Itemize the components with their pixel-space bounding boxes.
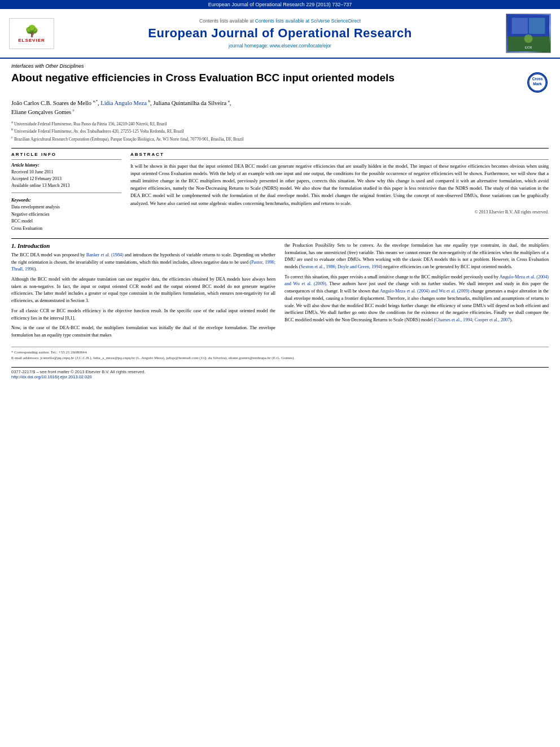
- ref-pastor[interactable]: Pastor, 1996; Thrall, 1996: [11, 260, 275, 272]
- svg-text:EJOR: EJOR: [525, 46, 532, 49]
- article-info-title: ARTICLE INFO: [11, 152, 121, 157]
- intro-heading: 1. Introduction: [11, 242, 275, 249]
- ref-sexton[interactable]: Sexton et al., 1986; Doyle and Green, 19…: [300, 264, 380, 269]
- footnote-emails: E-mail addresses: jcsmello@pq.cnpq.br (J…: [11, 355, 549, 361]
- body-section: 1. Introduction The BCC DEA model was pr…: [11, 242, 549, 342]
- elsevier-brand-name: ELSEVIER: [18, 38, 45, 43]
- ref-angulo[interactable]: Angulo-Meza et al. (2004) and Wu et al. …: [285, 274, 549, 287]
- footnote-corresponding: * Corresponding author. Tel.: +55 21 260…: [11, 350, 549, 356]
- available-date: Available online 13 March 2013: [11, 182, 121, 189]
- affiliation-b: b Universidade Federal Fluminense, Av. d…: [11, 126, 549, 134]
- keywords-divider: [11, 193, 121, 193]
- main-content: Interfaces with Other Disciplines About …: [0, 59, 560, 385]
- article-info-abstract: ARTICLE INFO Article history: Received 1…: [11, 152, 549, 233]
- ref-charnes[interactable]: Charnes et al., 1994; Cooper et al., 200…: [435, 317, 510, 322]
- abstract-divider: [130, 159, 549, 160]
- ref-angulo2[interactable]: Angulo-Meza et al. (2004) and Wu et al. …: [380, 289, 470, 294]
- ref-banker[interactable]: Banker et al. (1984): [86, 252, 124, 257]
- journal-citation: European Journal of Operational Research…: [208, 2, 352, 7]
- sciverse-line: Contents lists available at Contents lis…: [54, 18, 506, 24]
- journal-header: 🌳 ELSEVIER Contents lists available at C…: [0, 9, 560, 59]
- homepage-url[interactable]: www.elsevier.com/locate/ejor: [270, 43, 331, 49]
- doi-link[interactable]: http://dx.doi.org/10.1016/j.ejor.2013.02…: [11, 374, 92, 379]
- footnotes: * Corresponding author. Tel.: +55 21 260…: [11, 347, 549, 361]
- author-jcb: João Carlos C.B. Soares de Mello: [11, 100, 93, 106]
- section-label: Interfaces with Other Disciplines: [11, 63, 549, 69]
- body-columns: 1. Introduction The BCC DEA model was pr…: [11, 242, 549, 342]
- elsevier-logo: 🌳 ELSEVIER: [9, 18, 54, 49]
- accepted-date: Accepted 12 February 2013: [11, 176, 121, 182]
- journal-title-area: Contents lists available at Contents lis…: [54, 18, 506, 49]
- page-footer: 0377-2217/$ – see front matter © 2013 El…: [11, 367, 549, 379]
- journal-homepage: journal homepage: www.elsevier.com/locat…: [54, 43, 506, 49]
- article-info-divider: [11, 159, 121, 160]
- affiliation-a: a Universidade Federal Fluminense, Rua P…: [11, 119, 549, 127]
- keyword-4: Cross Evaluation: [11, 225, 121, 233]
- abstract-title: ABSTRACT: [130, 152, 549, 157]
- intro-para-right-1: the Production Possibility Sets to be co…: [285, 242, 549, 271]
- body-col-left: 1. Introduction The BCC DEA model was pr…: [11, 242, 275, 342]
- svg-point-4: [524, 34, 532, 43]
- keywords-label: Keywords:: [11, 198, 121, 203]
- svg-text:Cross: Cross: [532, 77, 543, 81]
- intro-number: 1.: [11, 242, 16, 249]
- intro-para-right-2: To correct this situation, this paper re…: [285, 274, 549, 324]
- svg-rect-3: [529, 18, 545, 33]
- svg-text:Mark: Mark: [533, 82, 542, 86]
- received-date: Received 10 June 2011: [11, 169, 121, 176]
- authors: João Carlos C.B. Soares de Mello a,*, Li…: [11, 98, 549, 117]
- email-label: E-mail addresses:: [11, 356, 40, 360]
- elsevier-tree-icon: 🌳: [25, 24, 39, 38]
- footer-doi: http://dx.doi.org/10.1016/j.ejor.2013.02…: [11, 374, 549, 379]
- keyword-2: Negative efficiencies: [11, 211, 121, 219]
- keyword-3: BCC model: [11, 218, 121, 225]
- intro-title: Introduction: [18, 242, 50, 249]
- journal-header-bar: European Journal of Operational Research…: [0, 0, 560, 9]
- article-title-row: About negative efficiencies in Cross Eva…: [11, 71, 549, 94]
- content-divider: [11, 238, 549, 239]
- body-col-right: the Production Possibility Sets to be co…: [285, 242, 549, 342]
- intro-para-4: Now, in the case of the DEA-BCC model, t…: [11, 325, 275, 339]
- crossmark-badge: Cross Mark: [526, 71, 549, 94]
- header-divider: [11, 148, 549, 148]
- intro-para-1: The BCC DEA model was proposed by Banker…: [11, 252, 275, 273]
- crossmark-icon: Cross Mark: [527, 72, 548, 93]
- intro-para-3: For all classic CCR or BCC models effici…: [11, 308, 275, 322]
- email-juliana[interactable]: juliqs@hotmail.com: [166, 356, 198, 360]
- author-lidia[interactable]: Lidia Angulo Meza: [100, 100, 148, 106]
- abstract-col: ABSTRACT It will be shown in this paper …: [130, 152, 549, 233]
- journal-cover-image: EJOR: [506, 14, 551, 53]
- sciverse-link[interactable]: Contents lists available at SciVerse Sci…: [255, 18, 361, 24]
- article-title: About negative efficiencies in Cross Eva…: [11, 71, 526, 85]
- affiliations: a Universidade Federal Fluminense, Rua P…: [11, 119, 549, 142]
- keyword-1: Data envelopment analysis: [11, 204, 121, 211]
- abstract-text: It will be shown in this paper that the …: [130, 163, 549, 207]
- copyright-line: © 2013 Elsevier B.V. All rights reserved…: [130, 209, 549, 215]
- intro-para-2: Although the BCC model with the adequate…: [11, 276, 275, 305]
- email-lidia[interactable]: lidia_a_meza@pq.cnpq.br: [93, 356, 135, 360]
- footer-issn: 0377-2217/$ – see front matter © 2013 El…: [11, 369, 549, 374]
- history-label: Article history:: [11, 163, 121, 168]
- affiliation-c: c Brazilian Agricultural Research Corpor…: [11, 134, 549, 142]
- svg-rect-2: [512, 18, 528, 33]
- email-jcb[interactable]: jcsmello@pq.cnpq.br: [40, 356, 74, 360]
- article-info-col: ARTICLE INFO Article history: Received 1…: [11, 152, 121, 233]
- homepage-label: journal homepage:: [229, 43, 268, 49]
- author-eliane: Eliane Gonçalves Gomes: [11, 109, 73, 115]
- journal-title: European Journal of Operational Research: [54, 26, 506, 41]
- email-eliane[interactable]: eliane.gomes@embrapa.br: [229, 356, 271, 360]
